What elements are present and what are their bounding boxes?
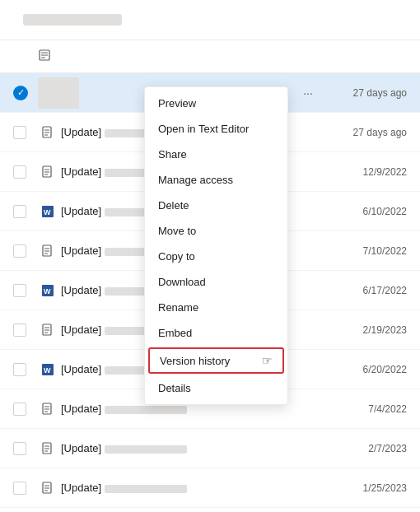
- menu-item-delete[interactable]: Delete: [145, 193, 287, 218]
- menu-label: Version history: [160, 355, 230, 367]
- row-checkbox[interactable]: [13, 442, 38, 455]
- svg-text:W: W: [44, 208, 51, 216]
- unchecked-checkbox: [13, 482, 26, 495]
- doc-icon: [38, 126, 58, 139]
- word-icon: W: [38, 284, 58, 297]
- file-date: 27 days ago: [324, 127, 407, 138]
- file-date: 6/10/2022: [324, 206, 407, 217]
- menu-item-manage-access[interactable]: Manage access: [145, 167, 287, 193]
- row-checkbox[interactable]: [13, 205, 38, 218]
- file-date: 2/19/2023: [324, 324, 407, 336]
- table-row[interactable]: [Update] 1/25/2023: [0, 468, 420, 508]
- menu-item-copy-to[interactable]: Copy to: [145, 244, 287, 269]
- file-name-text: [Update]: [58, 442, 193, 454]
- file-date: 7/4/2022: [324, 403, 407, 415]
- header: [0, 0, 420, 40]
- row-checkbox[interactable]: [13, 126, 38, 139]
- menu-item-download[interactable]: Download: [145, 269, 287, 295]
- doc-icon: [38, 244, 58, 258]
- row-checkbox[interactable]: [13, 284, 38, 297]
- unchecked-checkbox: [13, 284, 26, 297]
- file-date: 6/17/2022: [324, 285, 407, 296]
- file-thumbnail: [38, 77, 79, 109]
- menu-item-share[interactable]: Share: [145, 142, 287, 167]
- breadcrumb-path: [23, 14, 122, 26]
- row-checkbox[interactable]: [13, 165, 38, 179]
- doc-icon: [38, 323, 58, 337]
- menu-item-embed[interactable]: Embed: [145, 320, 287, 346]
- cursor-icon: ☞: [262, 354, 273, 367]
- row-checkbox[interactable]: ✓: [13, 86, 38, 100]
- unchecked-checkbox: [13, 165, 26, 179]
- file-date: 6/20/2022: [324, 364, 407, 375]
- svg-text:W: W: [44, 366, 51, 375]
- table-row[interactable]: [Update] 3/7/2023: [0, 508, 420, 512]
- unchecked-checkbox: [13, 403, 26, 416]
- menu-item-preview[interactable]: Preview: [145, 91, 287, 116]
- context-menu: PreviewOpen in Text EditorShareManage ac…: [144, 86, 288, 405]
- word-icon: W: [38, 205, 58, 218]
- unchecked-checkbox: [13, 244, 26, 258]
- unchecked-checkbox: [13, 126, 26, 139]
- row-checkbox[interactable]: [13, 363, 38, 376]
- file-date: 12/9/2022: [324, 166, 407, 178]
- file-date: 7/10/2022: [324, 245, 407, 257]
- row-checkbox[interactable]: [13, 482, 38, 495]
- column-headers: [0, 40, 420, 73]
- file-date: 1/25/2023: [324, 482, 407, 494]
- table-row[interactable]: [Update] 2/7/2023: [0, 429, 420, 468]
- menu-item-version-history[interactable]: Version history☞: [148, 347, 284, 374]
- doc-icon: [38, 165, 58, 179]
- menu-item-move-to[interactable]: Move to: [145, 218, 287, 244]
- file-date: 2/7/2023: [324, 443, 407, 454]
- file-date: 27 days ago: [324, 87, 407, 99]
- checked-icon: ✓: [13, 86, 28, 100]
- svg-text:W: W: [44, 287, 51, 296]
- doc-icon: [38, 442, 58, 455]
- header-icon-col: [38, 49, 58, 64]
- row-checkbox[interactable]: [13, 403, 38, 416]
- doc-icon: [38, 482, 58, 495]
- unchecked-checkbox: [13, 205, 26, 218]
- doc-icon: [38, 403, 58, 416]
- menu-item-rename[interactable]: Rename: [145, 295, 287, 320]
- unchecked-checkbox: [13, 323, 26, 337]
- row-checkbox[interactable]: [13, 323, 38, 337]
- menu-item-details[interactable]: Details: [145, 375, 287, 401]
- row-checkbox[interactable]: [13, 244, 38, 258]
- word-icon: W: [38, 363, 58, 376]
- more-options-icon[interactable]: ···: [298, 83, 318, 103]
- file-name-text: [Update]: [58, 482, 193, 494]
- breadcrumb: [13, 14, 122, 26]
- menu-item-open-text-editor[interactable]: Open in Text Editor: [145, 116, 287, 142]
- unchecked-checkbox: [13, 363, 26, 376]
- unchecked-checkbox: [13, 442, 26, 455]
